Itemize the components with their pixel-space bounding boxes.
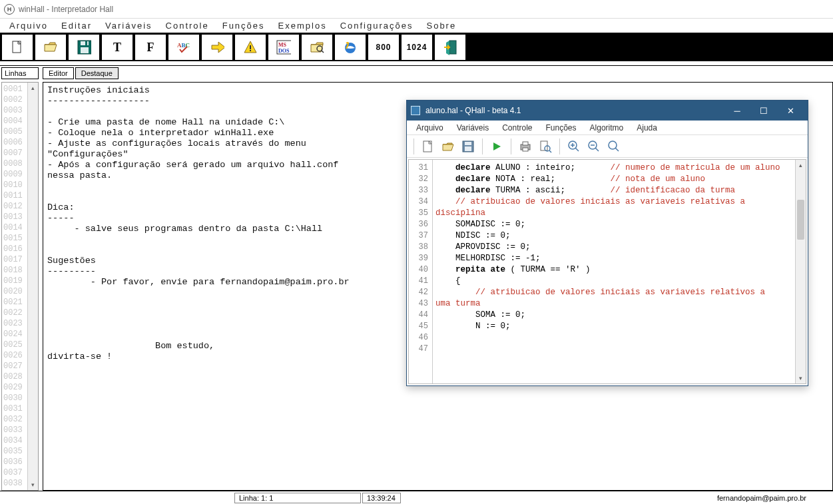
app-icon: H [4, 4, 15, 15]
res-800-button[interactable]: 800 [368, 34, 400, 61]
lines-panel: Linhas 0001 0002 0003 0004 0005 0006 000… [0, 66, 41, 491]
scroll-down-icon[interactable]: ▾ [796, 373, 806, 383]
qhall-preview-button[interactable] [537, 138, 554, 155]
qmenu-variaveis[interactable]: Variáveis [450, 123, 495, 132]
abc-check-icon: ABC [176, 40, 191, 55]
false-button[interactable]: F [135, 34, 166, 61]
tab-destaque[interactable]: Destaque [75, 67, 119, 79]
menu-exemplos[interactable]: Exemplos [272, 21, 334, 31]
res-1024-button[interactable]: 1024 [401, 34, 433, 61]
svg-text:DOS: DOS [278, 48, 290, 54]
svg-rect-14 [449, 41, 456, 54]
svg-rect-22 [523, 148, 528, 151]
svg-rect-3 [81, 47, 89, 53]
qmenu-funcoes[interactable]: Funções [539, 123, 583, 132]
menu-arquivo[interactable]: Arquivo [3, 21, 55, 31]
qhall-new-button[interactable] [419, 138, 437, 155]
qhall-window: aluno.hal - QHall - beta 4.1 ─ ☐ ✕ Arqui… [406, 100, 808, 386]
abc-button[interactable]: ABC [168, 34, 200, 61]
qmenu-ajuda[interactable]: Ajuda [630, 123, 664, 132]
scroll-thumb[interactable] [797, 200, 804, 240]
editor-tabs: Editor Destaque [43, 67, 833, 79]
warning-button[interactable] [234, 34, 266, 61]
scroll-up-icon[interactable]: ▴ [796, 160, 806, 170]
label-1024: 1024 [407, 43, 427, 52]
label-800: 800 [376, 43, 391, 52]
exit-button[interactable] [434, 34, 466, 61]
svg-rect-2 [81, 41, 89, 45]
tab-editor[interactable]: Editor [43, 67, 74, 79]
toolbar: T F ABC MSDOS 800 1024 [0, 33, 833, 61]
statusbar: Linha: 1: 1 13:39:24 fernandopaim@paim.p… [0, 491, 833, 504]
floppy-icon [77, 40, 91, 55]
msdos-button[interactable]: MSDOS [268, 34, 300, 61]
qhall-code-area: 31 32 33 34 35 36 37 38 39 40 41 42 43 4… [408, 159, 806, 384]
menu-editar[interactable]: Editar [55, 21, 99, 31]
qhall-run-button[interactable] [488, 138, 505, 155]
save-button[interactable] [68, 34, 100, 61]
svg-line-31 [595, 148, 599, 151]
qhall-toolbar [407, 135, 808, 158]
svg-line-25 [549, 150, 551, 152]
letter-F-icon: F [147, 41, 154, 55]
qhall-menubar: Arquivo Variáveis Controle Funções Algor… [407, 121, 808, 135]
open-button[interactable] [35, 34, 67, 61]
magnifier-icon [607, 140, 621, 153]
menu-variaveis[interactable]: Variáveis [99, 21, 159, 31]
internet-explorer-icon [343, 40, 358, 55]
qhall-save-button[interactable] [459, 138, 477, 155]
exit-door-icon [443, 40, 457, 55]
folder-search-icon [310, 40, 324, 55]
minimize-button[interactable]: ─ [724, 101, 750, 121]
svg-line-34 [615, 148, 619, 151]
ie-button[interactable] [334, 34, 366, 61]
titlebar: H winHall - Interpretador Hall [0, 0, 833, 19]
lines-gutter: 0001 0002 0003 0004 0005 0006 0007 0008 … [2, 83, 27, 490]
close-button[interactable]: ✕ [777, 101, 804, 121]
qhall-zoom-button[interactable] [605, 138, 623, 155]
folder-open-icon [43, 40, 58, 55]
svg-rect-6 [250, 45, 251, 49]
qhall-gutter: 31 32 33 34 35 36 37 38 39 40 41 42 43 4… [409, 160, 433, 383]
printer-icon [519, 140, 532, 152]
scroll-down-icon[interactable]: ▾ [28, 479, 38, 490]
warning-icon [243, 40, 258, 55]
qhall-scrollbar[interactable]: ▴ ▾ [795, 160, 806, 383]
svg-text:MS: MS [278, 42, 287, 48]
svg-rect-17 [465, 142, 471, 145]
qhall-title: aluno.hal - QHall - beta 4.1 [425, 106, 521, 115]
qhall-print-button[interactable] [517, 138, 534, 155]
qhall-zoomin-button[interactable] [565, 138, 583, 155]
qmenu-arquivo[interactable]: Arquivo [410, 123, 450, 132]
menu-config[interactable]: Configurações [334, 21, 420, 31]
menu-sobre[interactable]: Sobre [419, 21, 463, 31]
qhall-titlebar[interactable]: aluno.hal - QHall - beta 4.1 ─ ☐ ✕ [407, 101, 808, 121]
doc-search-icon [539, 140, 552, 153]
true-button[interactable]: T [101, 34, 133, 61]
new-button[interactable] [1, 34, 33, 61]
qhall-app-icon [411, 106, 420, 115]
qmenu-algoritmo[interactable]: Algoritmo [583, 123, 631, 132]
svg-text:ABC: ABC [177, 42, 190, 49]
folder-open-icon [441, 140, 455, 152]
qhall-zoomout-button[interactable] [585, 138, 603, 155]
svg-rect-18 [465, 146, 471, 151]
menu-funcoes[interactable]: Funções [216, 21, 272, 31]
svg-rect-4 [85, 41, 87, 45]
lines-tab[interactable]: Linhas [1, 67, 39, 79]
find-button[interactable] [301, 34, 333, 61]
msdos-icon: MSDOS [276, 40, 291, 55]
qhall-code[interactable]: declare ALUNO : inteiro; // numero de ma… [433, 160, 795, 383]
qhall-open-button[interactable] [439, 138, 457, 155]
lines-list: 0001 0002 0003 0004 0005 0006 0007 0008 … [1, 82, 39, 491]
lines-scrollbar[interactable]: ▴ ▾ [27, 83, 38, 490]
run-button[interactable] [201, 34, 233, 61]
svg-line-12 [322, 51, 324, 53]
menu-controle[interactable]: Controle [159, 21, 216, 31]
maximize-button[interactable]: ☐ [750, 101, 777, 121]
arrow-right-icon [210, 40, 224, 55]
qmenu-controle[interactable]: Controle [495, 123, 539, 132]
svg-rect-21 [523, 142, 528, 145]
scroll-up-icon[interactable]: ▴ [28, 83, 38, 93]
play-icon [491, 141, 502, 152]
